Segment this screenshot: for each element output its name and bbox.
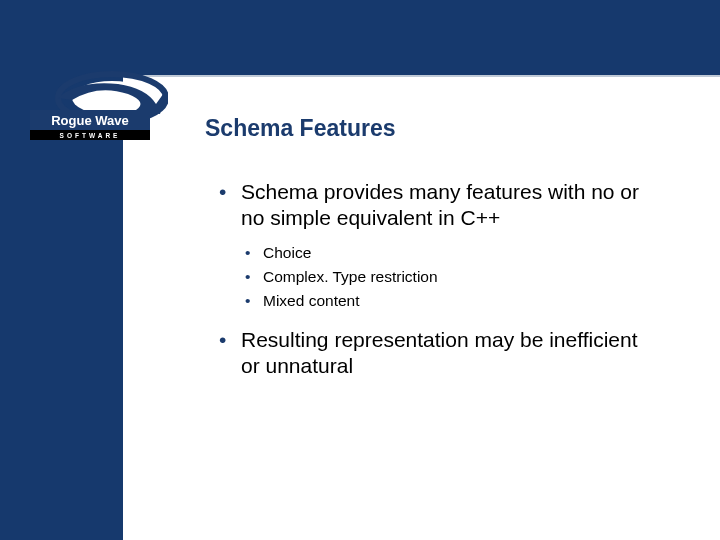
brand-name-text: Rogue Wave	[51, 113, 129, 128]
slide-body: Schema Features Schema provides many fea…	[123, 77, 720, 540]
slide-content: Schema provides many features with no or…	[215, 179, 660, 393]
bullet-text: Resulting representation may be ineffici…	[241, 328, 638, 377]
bullet-item: Resulting representation may be ineffici…	[215, 327, 660, 380]
bullet-text: Schema provides many features with no or…	[241, 180, 639, 229]
bullet-item: Schema provides many features with no or…	[215, 179, 660, 313]
sub-bullet-item: Complex. Type restriction	[241, 266, 660, 288]
brand-subtitle-text: SOFTWARE	[60, 132, 121, 139]
sub-bullet-item: Choice	[241, 242, 660, 264]
brand-logo: Rogue Wave SOFTWARE	[28, 70, 168, 148]
slide-title: Schema Features	[205, 115, 395, 142]
sub-bullet-item: Mixed content	[241, 290, 660, 312]
